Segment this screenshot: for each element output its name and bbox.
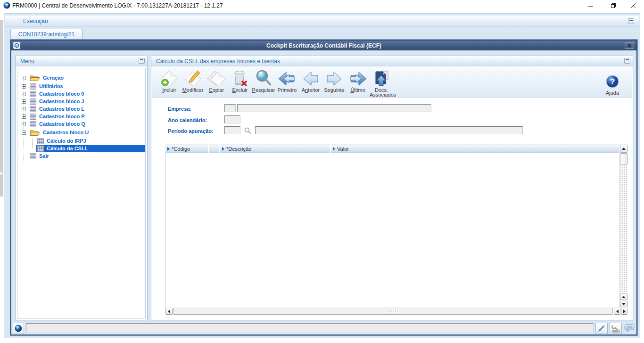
status-bar: [13, 322, 635, 334]
grid-icon: [30, 114, 36, 120]
execution-section-bar: Execução: [5, 16, 639, 27]
seguinte-button[interactable]: Seguinte: [322, 67, 346, 98]
sort-arrow-icon: [167, 147, 170, 151]
app-frame: Execução CON10239:admlog/21 T Cockpit Es…: [4, 13, 640, 338]
chat-button[interactable]: [624, 323, 635, 334]
search-magnifier-icon[interactable]: [244, 127, 251, 136]
tree-item-geracao[interactable]: Geração: [17, 73, 145, 82]
tree-item-calculo-irpj[interactable]: Cálculo do IRPJ: [17, 137, 145, 145]
mdi-body: Menu Geração: [11, 50, 636, 335]
primeiro-label: Primeiro: [275, 88, 299, 92]
scroll-right-button[interactable]: [621, 308, 627, 315]
scroll-up-button[interactable]: [620, 145, 627, 153]
close-button[interactable]: [625, 1, 641, 10]
collapsed-panel-splitter[interactable]: [0, 20, 3, 196]
scroll-left-button[interactable]: [614, 308, 620, 315]
pesquisar-label: Pesquisar: [252, 88, 275, 92]
svg-text:?: ?: [610, 77, 615, 86]
vertical-scroll-track[interactable]: [620, 164, 627, 293]
tree-item-sair[interactable]: Sair: [17, 152, 145, 160]
grid-icon: [30, 91, 36, 97]
restore-button[interactable]: [605, 1, 621, 10]
restore-panel-icon[interactable]: [628, 18, 634, 24]
expand-plus-icon[interactable]: [22, 122, 26, 126]
ajuda-button[interactable]: ? Ajuda: [599, 70, 626, 95]
modificar-label: Modificar: [181, 88, 205, 92]
minimize-panel-icon[interactable]: [624, 58, 630, 64]
scroll-up-button[interactable]: [620, 294, 627, 300]
vertical-scrollbar[interactable]: [620, 145, 627, 307]
search-magnifier-icon: [252, 69, 275, 88]
excluir-button[interactable]: Excluir: [228, 67, 252, 98]
horizontal-scrollbar[interactable]: [165, 308, 627, 315]
horizontal-scroll-thumb[interactable]: [173, 308, 613, 315]
tree-item-cadastros-bloco-j[interactable]: Cadastros bloco J: [17, 98, 145, 105]
tree-item-cadastros-bloco-l[interactable]: Cadastros bloco L: [17, 105, 145, 113]
incluir-button[interactable]: Incluir: [157, 67, 181, 98]
left-arrow-icon: [616, 310, 619, 313]
docs-associados-button[interactable]: Docs.Associados: [370, 67, 393, 98]
scroll-left-button[interactable]: [165, 308, 173, 315]
menu-panel: Menu Geração: [15, 56, 148, 320]
menu-tree: Geração Utilitários Cadastros bloco 0: [17, 68, 146, 318]
expand-plus-icon[interactable]: [22, 84, 26, 89]
modificar-button[interactable]: Modificar: [181, 67, 205, 98]
anterior-button[interactable]: Anterior: [299, 67, 322, 98]
anterior-label: Anterior: [299, 88, 322, 92]
right-arrow-icon: [623, 310, 626, 313]
grid-icon: [30, 121, 36, 127]
mdi-titlebar[interactable]: T Cockpit Escrituração Contábil Fiscal (…: [11, 41, 636, 50]
incluir-label: Incluir: [157, 88, 181, 92]
tree-item-cadastros-bloco-p[interactable]: Cadastros bloco P: [17, 113, 145, 120]
window-close-button[interactable]: [625, 42, 634, 49]
column-header-descricao[interactable]: *Descrição: [220, 145, 330, 153]
empresa-name-input[interactable]: [237, 104, 431, 112]
sort-arrow-icon: [222, 147, 224, 151]
csll-panel: Cálculo da CSLL das empresas Imunes e Is…: [151, 56, 633, 320]
session-tab-label: CON10239:admlog/21: [18, 31, 74, 38]
form-area: Empresa: Ano calendário: Período apuraçã…: [152, 98, 632, 319]
ultimo-button[interactable]: Último: [346, 67, 370, 98]
tree-item-cadastros-bloco-u[interactable]: Cadastros bloco U: [17, 128, 145, 137]
expand-plus-icon[interactable]: [22, 92, 26, 96]
copiar-label: Copiar: [205, 88, 228, 92]
tree-item-calculo-csll[interactable]: Cálculo da CSLL: [17, 145, 145, 152]
keyboard-config-button[interactable]: [610, 323, 622, 334]
periodo-desc-input[interactable]: [255, 126, 523, 134]
collapse-minus-icon[interactable]: [22, 131, 26, 135]
grid-icon: [37, 146, 44, 152]
expand-plus-icon[interactable]: [22, 99, 26, 104]
minimize-button[interactable]: [583, 1, 599, 10]
csll-panel-header: Cálculo da CSLL das empresas Imunes e Is…: [151, 56, 633, 66]
expand-plus-icon[interactable]: [22, 76, 26, 80]
tree-item-cadastros-bloco-q[interactable]: Cadastros bloco Q: [17, 120, 145, 128]
folder-open-icon: [30, 74, 40, 82]
grid-icon: [30, 153, 36, 159]
ano-calendario-input[interactable]: [224, 115, 240, 123]
status-indicator: [13, 323, 24, 334]
periodo-code-input[interactable]: [224, 126, 240, 134]
column-header-codigo[interactable]: *Código: [165, 145, 208, 153]
grid-icon: [37, 138, 44, 144]
minimize-panel-icon[interactable]: [139, 58, 145, 64]
pesquisar-button[interactable]: Pesquisar: [252, 67, 275, 98]
expand-plus-icon[interactable]: [22, 107, 26, 111]
tree-item-utilitarios[interactable]: Utilitários: [17, 82, 145, 90]
vertical-scroll-thumb[interactable]: [620, 153, 627, 164]
svg-text:T: T: [6, 3, 8, 8]
help-icon: ?: [599, 72, 626, 90]
status-message-field: [26, 323, 594, 333]
grid-icon: [30, 106, 36, 112]
primeiro-button[interactable]: Primeiro: [275, 67, 299, 98]
down-arrow-icon: [622, 303, 626, 305]
resize-window-button[interactable]: [595, 323, 608, 334]
last-record-arrow-icon: [346, 69, 370, 88]
column-header-valor[interactable]: Valor: [331, 145, 619, 153]
session-tab[interactable]: CON10239:admlog/21: [10, 29, 83, 40]
tree-item-cadastros-bloco-0[interactable]: Cadastros bloco 0: [17, 90, 145, 98]
copiar-button[interactable]: Copiar: [205, 67, 228, 98]
column-header-blank[interactable]: [209, 145, 219, 153]
empresa-code-input[interactable]: [224, 104, 236, 112]
scroll-down-button[interactable]: [620, 301, 627, 307]
expand-plus-icon[interactable]: [22, 114, 26, 119]
